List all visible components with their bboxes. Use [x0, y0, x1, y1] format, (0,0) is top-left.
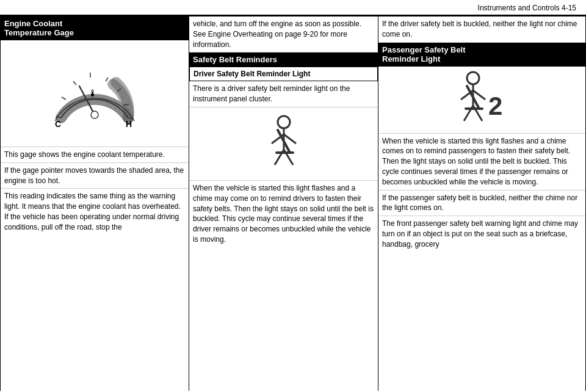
left-column: Engine Coolant Temperature Gage: [0, 16, 189, 391]
middle-text2: When the vehicle is started this light f…: [189, 181, 378, 247]
svg-point-13: [278, 116, 290, 128]
driver-belt-title: Driver Safety Belt Reminder Light: [194, 70, 310, 78]
left-text1: This gage shows the engine coolant tempe…: [1, 147, 189, 163]
svg-text:🌡: 🌡: [88, 88, 98, 98]
safety-belt-title: Safety Belt Reminders: [193, 55, 277, 64]
header-title: Instruments and Controls 4-15: [478, 4, 576, 12]
right-text3: The front passenger safety belt warning …: [378, 216, 585, 252]
right-text-top: If the driver safety belt is buckled, ne…: [378, 16, 585, 43]
right-column: If the driver safety belt is buckled, ne…: [378, 16, 586, 391]
driver-belt-subsection-header: Driver Safety Belt Reminder Light: [189, 67, 378, 81]
svg-line-4: [106, 78, 108, 81]
main-content: Engine Coolant Temperature Gage: [0, 16, 586, 391]
passenger-belt-title: Passenger Safety Belt Reminder Light: [382, 45, 466, 64]
left-text3: This reading indicates the same thing as…: [1, 189, 189, 234]
svg-line-24: [473, 90, 485, 100]
right-text2: If the passenger safety belt is buckled,…: [378, 191, 585, 217]
left-section-title: Engine Coolant Temperature Gage: [4, 19, 74, 37]
passenger-seatbelt-icon: 2: [452, 69, 513, 130]
right-text1: When the vehicle is started this light f…: [378, 134, 585, 191]
page-header: Instruments and Controls 4-15: [0, 0, 586, 16]
passenger-seatbelt-icon-area: 2: [378, 67, 585, 134]
svg-point-21: [467, 72, 479, 84]
middle-text1: There is a driver safety belt reminder l…: [189, 81, 378, 107]
gauge-svg: C H 🌡: [43, 51, 146, 136]
svg-line-1: [62, 97, 66, 100]
middle-text-top: vehicle, and turn off the engine as soon…: [189, 16, 378, 53]
left-text2: If the gage pointer moves towards the sh…: [1, 163, 189, 189]
svg-line-2: [73, 81, 76, 85]
driver-seatbelt-icon-area: [189, 107, 378, 181]
passenger-belt-section-header: Passenger Safety Belt Reminder Light: [378, 43, 585, 67]
gauge-illustration: C H 🌡: [1, 40, 189, 147]
middle-column: vehicle, and turn off the engine as soon…: [189, 16, 378, 391]
svg-line-6: [124, 104, 129, 105]
svg-text:C: C: [55, 119, 61, 129]
svg-point-12: [91, 111, 98, 118]
svg-text:H: H: [126, 119, 132, 129]
left-section-header: Engine Coolant Temperature Gage: [1, 16, 189, 40]
seatbelt-person-icon: [259, 113, 308, 174]
safety-belt-section-header: Safety Belt Reminders: [189, 53, 378, 67]
svg-line-16: [284, 134, 296, 143]
svg-text:2: 2: [488, 92, 502, 120]
